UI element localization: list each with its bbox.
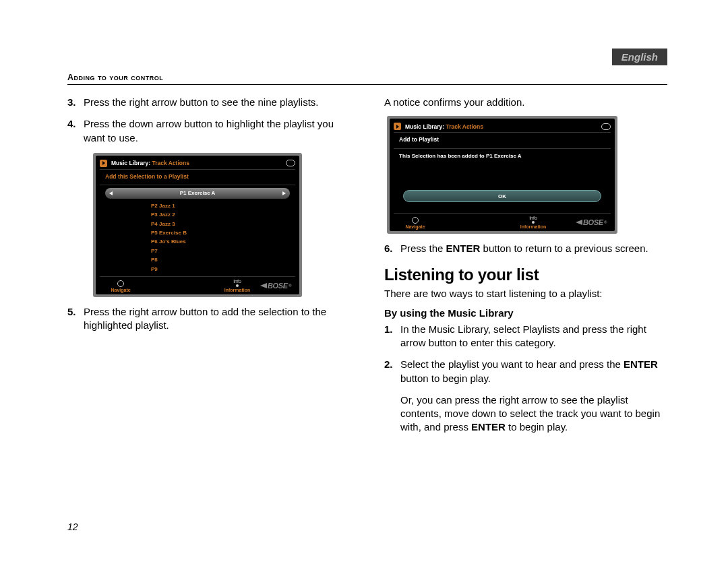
step-3: 3. Press the right arrow button to see t… bbox=[67, 96, 351, 109]
play-icon bbox=[100, 160, 107, 167]
footer-information: Info Information bbox=[214, 279, 260, 292]
notice-line: A notice confirms your addition. bbox=[384, 96, 667, 109]
playlist-selected-label: P1 Exercise A bbox=[180, 190, 216, 196]
step-number: 3. bbox=[67, 96, 84, 109]
listen-step-2: 2. Select the playlist you want to hear … bbox=[384, 358, 667, 385]
playlist-item[interactable]: P6 Jo's Blues bbox=[100, 237, 295, 246]
navigate-icon bbox=[412, 217, 419, 224]
section-header: Adding to your control bbox=[67, 73, 667, 85]
step-text: Press the down arrow button to highlight… bbox=[84, 117, 351, 145]
step-text: Select the playlist you want to hear and… bbox=[400, 358, 667, 385]
screen-subhead: Add to Playlist bbox=[394, 136, 611, 147]
screen-breadcrumb: Music Library: Track Actions bbox=[405, 123, 483, 130]
chevron-left-icon bbox=[109, 191, 113, 195]
page-number: 12 bbox=[67, 521, 78, 532]
intro-text: There are two ways to start listening to… bbox=[384, 287, 667, 300]
playlist-selected-row[interactable]: P1 Exercise A bbox=[105, 188, 290, 199]
playlist-item[interactable]: P8 bbox=[100, 255, 295, 264]
step-text: Press the right arrow button to see the … bbox=[84, 96, 351, 109]
right-column: A notice confirms your addition. Music L… bbox=[384, 96, 667, 439]
step-text: Press the ENTER button to return to a pr… bbox=[400, 242, 667, 255]
device-screen-playlist-select: Music Library: Track Actions Add this Se… bbox=[93, 153, 302, 297]
steps-list-left: 3. Press the right arrow button to see t… bbox=[67, 96, 351, 145]
playlist-item[interactable]: P4 Jazz 3 bbox=[100, 220, 295, 228]
step-number: 4. bbox=[67, 117, 84, 145]
device-screen-confirmation: Music Library: Track Actions Add to Play… bbox=[387, 116, 617, 234]
chevron-right-icon bbox=[282, 191, 286, 195]
step-number: 5. bbox=[67, 305, 84, 333]
ok-button[interactable]: OK bbox=[403, 190, 601, 202]
footer-navigate: Navigate bbox=[395, 217, 435, 229]
or-paragraph: Or, you can press the right arrow to see… bbox=[400, 393, 667, 435]
step-6: 6. Press the ENTER button to return to a… bbox=[384, 242, 667, 255]
playlist-item[interactable]: P7 bbox=[100, 247, 295, 255]
steps-list-left-cont: 5. Press the right arrow button to add t… bbox=[67, 305, 351, 333]
steps-list-listening: 1. In the Music Library, select Playlist… bbox=[384, 323, 667, 385]
playlist-item[interactable]: P2 Jazz 1 bbox=[100, 201, 295, 210]
playlist-item[interactable]: P5 Exercise B bbox=[100, 228, 295, 237]
left-column: 3. Press the right arrow button to see t… bbox=[67, 96, 351, 439]
step-text: Press the right arrow button to add the … bbox=[84, 305, 351, 333]
navigate-icon bbox=[117, 280, 124, 287]
heading-listening: Listening to your list bbox=[384, 265, 667, 284]
dot-icon bbox=[532, 221, 535, 224]
language-tab: English bbox=[612, 49, 667, 65]
step-number: 2. bbox=[384, 358, 400, 385]
playlist-item[interactable]: P3 Jazz 2 bbox=[100, 210, 295, 219]
footer-information: Info Information bbox=[510, 216, 557, 229]
footer-navigate: Navigate bbox=[101, 280, 140, 292]
step-5: 5. Press the right arrow button to add t… bbox=[67, 305, 351, 333]
step-number: 6. bbox=[384, 242, 400, 255]
manual-page: English Adding to your control 3. Press … bbox=[0, 0, 728, 574]
subheading-music-library: By using the Music Library bbox=[384, 307, 667, 319]
step-text: In the Music Library, select Playlists a… bbox=[400, 323, 667, 350]
screen-subhead: Add this Selection to a Playlist bbox=[100, 173, 295, 183]
repeat-icon bbox=[601, 123, 611, 130]
two-column-layout: 3. Press the right arrow button to see t… bbox=[67, 96, 667, 439]
steps-list-right: 6. Press the ENTER button to return to a… bbox=[384, 242, 667, 255]
step-number: 1. bbox=[384, 323, 400, 350]
step-4: 4. Press the down arrow button to highli… bbox=[67, 117, 351, 145]
play-icon bbox=[394, 123, 401, 130]
bose-logo: BOSE® bbox=[576, 218, 609, 226]
dot-icon bbox=[236, 284, 239, 287]
repeat-icon bbox=[286, 160, 295, 166]
bose-logo: BOSE® bbox=[260, 282, 294, 290]
confirmation-text: This Selection has been added to P1 Exer… bbox=[394, 152, 611, 186]
listen-step-1: 1. In the Music Library, select Playlist… bbox=[384, 323, 667, 350]
playlist-item[interactable]: P9 bbox=[100, 264, 295, 273]
screen-breadcrumb: Music Library: Track Actions bbox=[111, 160, 189, 166]
